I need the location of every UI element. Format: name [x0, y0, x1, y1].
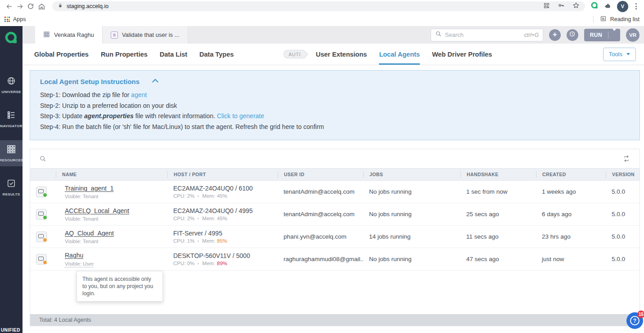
collapse-chevron-icon[interactable] — [151, 77, 159, 85]
search-icon — [435, 31, 442, 39]
bookmark-star-icon[interactable] — [572, 2, 580, 11]
visibility-tooltip: This agent is accessible only to you, bu… — [77, 271, 163, 302]
sidebar-label: UNIVERSE — [1, 90, 21, 94]
step-3: Step-3: Update agent.properties file wit… — [40, 111, 630, 122]
accelq-extension-icon[interactable] — [590, 1, 599, 11]
agent-jobs: 14 jobs running — [363, 233, 460, 240]
agent-created: 6 days ago — [536, 211, 606, 218]
agent-cpu: CPU: 0% — [173, 261, 194, 266]
agent-mem-label: Mem: — [202, 216, 215, 221]
reading-list-icon — [600, 15, 607, 24]
setup-instructions-panel: Local Agent Setup Instructions Step-1: D… — [30, 70, 640, 140]
col-name[interactable]: NAME — [56, 171, 167, 178]
sidebar-item-resources[interactable]: RESOURCES — [0, 140, 23, 166]
agent-name-link[interactable]: AQ_Cloud_Agent — [65, 230, 114, 237]
forward-icon[interactable] — [14, 1, 25, 12]
refresh-icon[interactable] — [25, 1, 36, 12]
extensions-puzzle-icon[interactable] — [604, 2, 612, 11]
lock-icon — [58, 2, 63, 10]
tools-button[interactable]: Tools — [603, 48, 636, 61]
qr-code-icon[interactable] — [543, 2, 550, 11]
url-text: staging.accelq.io — [67, 3, 108, 9]
global-search[interactable]: ctrl+G — [431, 29, 543, 41]
back-icon[interactable] — [4, 1, 14, 12]
table-row[interactable]: ACCELQ_Local_AgentVisible: Tenant EC2AMA… — [30, 203, 639, 226]
col-handshake[interactable]: HANDSHAKE — [460, 171, 536, 178]
agent-host: EC2AMAZ-24O4UQ0 / 6100 — [173, 185, 278, 192]
add-button[interactable]: + — [549, 29, 561, 41]
apps-grid-icon — [5, 17, 10, 22]
tools-label: Tools — [609, 51, 622, 58]
col-created[interactable]: CREATED — [536, 171, 606, 178]
tab-local-agents[interactable]: Local Agents — [379, 44, 420, 65]
tab-validate-that-user[interactable]: S Validate that user is ... — [102, 26, 188, 44]
password-key-icon[interactable] — [558, 2, 565, 11]
table-toolbar — [30, 149, 639, 168]
table-footer: Total: 4 Local Agents — [30, 314, 639, 326]
history-button[interactable] — [567, 29, 578, 41]
tab-global-properties[interactable]: Global Properties — [34, 44, 89, 65]
agent-name-link[interactable]: Training_agent_1 — [65, 185, 113, 192]
table-search-icon[interactable] — [39, 155, 47, 163]
table-header: NAME HOST / PORT USER ID JOBS HANDSHAKE … — [30, 168, 639, 181]
table-row[interactable]: RaghuVisible: User DESKTOP-560V11V / 500… — [30, 248, 639, 271]
chrome-profile-avatar[interactable]: V — [617, 1, 628, 12]
agent-download-link[interactable]: agent — [131, 91, 147, 98]
auto-badge: AUTO — [284, 50, 303, 58]
sidebar-item-universe[interactable]: UNIVERSE — [0, 72, 23, 98]
search-shortcut-hint: ctrl+G — [524, 32, 539, 38]
agent-jobs: No jobs running — [363, 256, 460, 262]
agent-host: DESKTOP-560V11V / 5000 — [173, 252, 278, 259]
click-to-generate-link[interactable]: Click to generate — [217, 112, 264, 120]
sidebar-label: RESULTS — [3, 192, 20, 196]
agent-cpu: CPU: 2% — [173, 193, 194, 199]
tab-data-types[interactable]: Data Types — [199, 44, 234, 65]
col-version[interactable]: VERSION — [606, 171, 639, 178]
agent-visibility-tooltip-anchor[interactable]: Visible: User — [65, 261, 94, 267]
refresh-grid-icon[interactable] — [622, 155, 630, 163]
sidebar-item-results[interactable]: RESULTS — [0, 174, 23, 200]
run-label: RUN — [584, 32, 608, 38]
home-icon[interactable] — [36, 1, 47, 12]
agent-user-id: tenantAdmin@accelq.com — [278, 211, 363, 218]
run-dropdown[interactable] — [608, 31, 620, 39]
col-jobs[interactable]: JOBS — [363, 171, 460, 178]
col-user-id[interactable]: USER ID — [278, 171, 363, 178]
tab-user-extensions[interactable]: User Extensions — [316, 44, 367, 65]
agent-status-icon — [36, 186, 47, 197]
chevron-down-icon — [612, 29, 616, 39]
help-button[interactable]: ? 15 — [626, 312, 643, 329]
agent-name-link[interactable]: ACCELQ_Local_Agent — [65, 207, 129, 214]
agent-created: 1 weeks ago — [536, 188, 606, 195]
agent-version: 5.0.0 — [606, 233, 639, 240]
bookmarks-bar: Apps Reading list — [0, 13, 644, 26]
tab-data-list[interactable]: Data List — [160, 44, 187, 65]
table-row[interactable]: Training_agent_1Visible: Tenant EC2AMAZ-… — [30, 181, 639, 203]
accelq-logo-icon[interactable] — [4, 31, 18, 47]
agent-host: FIT-Server / 4995 — [173, 230, 278, 237]
chrome-menu-icon[interactable] — [634, 1, 639, 11]
user-avatar[interactable]: VR — [626, 28, 639, 42]
agent-handshake: 1 sec from now — [460, 188, 536, 195]
agent-status-icon — [36, 209, 47, 220]
run-button[interactable]: RUN — [584, 29, 620, 41]
col-host-port[interactable]: HOST / PORT — [167, 171, 278, 178]
agent-mem-label: Mem: — [202, 261, 215, 266]
agent-mem-value: 45% — [217, 216, 227, 221]
address-bar[interactable]: staging.accelq.io — [52, 1, 585, 11]
table-row[interactable]: AQ_Cloud_AgentVisible: Tenant FIT-Server… — [30, 226, 639, 248]
agent-version: 5.0.0 — [606, 188, 639, 195]
agent-name-link[interactable]: Raghu — [65, 252, 83, 259]
tab-web-driver-profiles[interactable]: Web Driver Profiles — [432, 44, 492, 65]
sidebar-item-navigator[interactable]: NAVIGATOR — [0, 106, 23, 132]
tab-venkata-raghu[interactable]: Venkata Raghu — [35, 26, 102, 44]
apps-bookmark[interactable]: Apps — [13, 16, 26, 22]
grid-tab-icon — [43, 31, 50, 39]
reading-list-button[interactable]: Reading list — [610, 16, 639, 22]
search-input[interactable] — [445, 31, 524, 38]
step-2: Step-2: Unzip to a preferred location on… — [40, 101, 630, 111]
tab-run-properties[interactable]: Run Properties — [101, 44, 148, 65]
agent-mem-label: Mem: — [202, 193, 215, 199]
total-agents-label: Total: 4 Local Agents — [39, 317, 91, 323]
plus-icon: + — [553, 31, 557, 38]
